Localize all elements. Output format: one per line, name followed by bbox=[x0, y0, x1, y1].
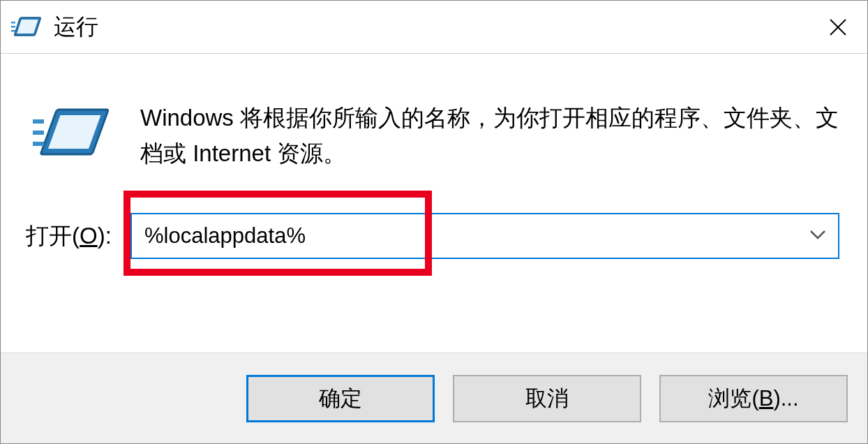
browse-button[interactable]: 浏览(B)... bbox=[659, 375, 848, 422]
svg-rect-4 bbox=[11, 30, 15, 32]
run-dialog: 运行 Windows 将根据你所输入的名称，为你打开相 bbox=[0, 0, 868, 444]
svg-rect-3 bbox=[11, 26, 15, 28]
svg-rect-2 bbox=[11, 22, 15, 24]
titlebar: 运行 bbox=[1, 1, 867, 54]
run-icon-large bbox=[30, 103, 112, 167]
cancel-button[interactable]: 取消 bbox=[453, 375, 641, 422]
svg-rect-10 bbox=[33, 131, 44, 135]
close-button[interactable] bbox=[824, 13, 852, 41]
close-icon bbox=[828, 17, 848, 37]
description-text: Windows 将根据你所输入的名称，为你打开相应的程序、文件夹、文档或 Int… bbox=[140, 100, 845, 171]
dialog-footer: 确定 取消 浏览(B)... bbox=[1, 353, 867, 443]
window-title: 运行 bbox=[54, 12, 98, 43]
ok-button[interactable]: 确定 bbox=[246, 375, 435, 422]
dialog-content: Windows 将根据你所输入的名称，为你打开相应的程序、文件夹、文档或 Int… bbox=[1, 54, 867, 353]
open-label: 打开(O): bbox=[26, 221, 130, 252]
svg-rect-11 bbox=[33, 142, 44, 146]
run-icon bbox=[10, 13, 44, 42]
open-combobox-wrap bbox=[130, 213, 839, 259]
open-input[interactable] bbox=[130, 213, 839, 259]
svg-rect-9 bbox=[33, 119, 44, 124]
